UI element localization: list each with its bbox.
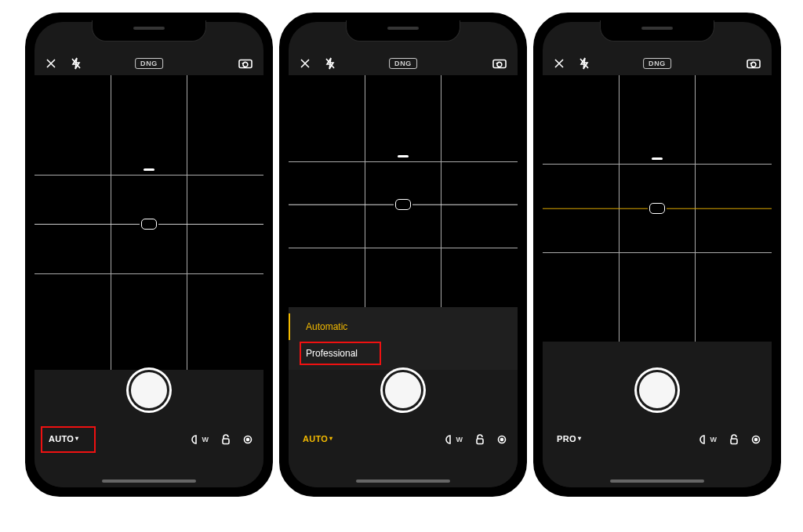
switch-camera-icon[interactable] xyxy=(238,58,253,69)
chevron-down-icon: ▾ xyxy=(329,435,332,442)
lens-toggle[interactable]: W xyxy=(445,435,463,444)
home-indicator xyxy=(610,480,704,483)
svg-point-3 xyxy=(246,438,250,442)
level-indicator-top xyxy=(398,155,409,157)
format-badge[interactable]: DNG xyxy=(389,58,417,70)
top-bar: DNG xyxy=(289,52,518,74)
top-bar: DNG xyxy=(35,52,263,74)
presets-icon[interactable] xyxy=(751,435,761,444)
close-icon[interactable] xyxy=(300,58,311,69)
mode-option-automatic[interactable]: Automatic xyxy=(289,313,518,340)
lens-toggle[interactable]: W xyxy=(699,435,718,444)
home-indicator xyxy=(356,480,450,483)
device-notch xyxy=(346,20,460,42)
level-indicator-top xyxy=(652,157,663,160)
presets-icon[interactable] xyxy=(497,435,507,444)
flash-off-icon[interactable] xyxy=(71,57,82,70)
focus-box xyxy=(141,219,157,230)
device-notch xyxy=(92,20,206,42)
close-icon[interactable] xyxy=(554,58,565,69)
viewfinder[interactable] xyxy=(289,75,518,334)
shutter-button[interactable] xyxy=(637,370,678,411)
svg-rect-9 xyxy=(731,439,737,444)
capture-mode-dropdown[interactable]: PRO ▾ xyxy=(557,434,581,443)
switch-camera-icon[interactable] xyxy=(747,58,761,69)
device-notch xyxy=(600,20,714,42)
svg-point-7 xyxy=(500,438,504,442)
flash-off-icon[interactable] xyxy=(325,57,336,70)
capture-mode-label: AUTO xyxy=(49,434,74,443)
lens-label: W xyxy=(202,436,209,443)
flash-off-icon[interactable] xyxy=(579,57,590,70)
focus-box xyxy=(395,199,411,210)
phone-frame-2: DNG ⋮ Automatic Professional High Dynami… xyxy=(279,13,527,497)
viewfinder[interactable] xyxy=(543,75,772,342)
chevron-down-icon: ▾ xyxy=(578,435,581,442)
lock-icon[interactable] xyxy=(475,434,485,445)
mode-option-professional[interactable]: Professional xyxy=(289,340,518,367)
lens-label: W xyxy=(710,436,718,443)
phone-frame-3: DNG ⋮ Exp 0.0 Sec AUTO ISO AUTO xyxy=(533,13,781,497)
lens-label: W xyxy=(456,436,463,443)
shutter-button[interactable] xyxy=(129,370,169,411)
level-indicator-top xyxy=(144,168,154,171)
capture-mode-label: AUTO xyxy=(303,434,328,443)
lock-icon[interactable] xyxy=(729,434,739,445)
format-badge[interactable]: DNG xyxy=(643,58,671,70)
focus-box xyxy=(649,203,665,214)
svg-rect-1 xyxy=(223,439,229,444)
switch-camera-icon[interactable] xyxy=(492,58,507,69)
shutter-button[interactable] xyxy=(383,370,423,411)
top-bar: DNG xyxy=(543,52,772,74)
lock-icon[interactable] xyxy=(221,434,231,445)
lens-toggle[interactable]: W xyxy=(191,435,209,444)
svg-point-11 xyxy=(754,438,758,442)
format-badge[interactable]: DNG xyxy=(135,58,163,70)
home-indicator xyxy=(102,480,196,483)
phone-frame-1: DNG ⋮ AUTO ▾ xyxy=(25,13,273,497)
viewfinder[interactable] xyxy=(35,75,263,373)
svg-rect-5 xyxy=(477,439,483,444)
capture-mode-label: PRO xyxy=(557,434,576,443)
chevron-down-icon: ▾ xyxy=(75,435,78,442)
presets-icon[interactable] xyxy=(243,435,253,444)
capture-mode-dropdown[interactable]: AUTO ▾ xyxy=(303,434,332,443)
close-icon[interactable] xyxy=(45,58,56,69)
capture-mode-dropdown[interactable]: AUTO ▾ xyxy=(49,434,78,443)
